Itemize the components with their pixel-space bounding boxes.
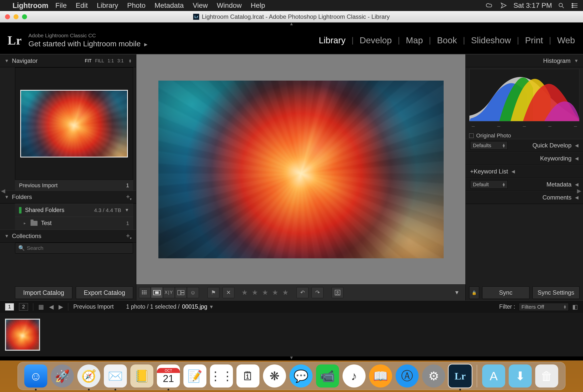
menu-window[interactable]: Window xyxy=(217,2,242,10)
rating-stars[interactable]: ★ ★ ★ ★ ★ xyxy=(241,287,289,298)
menu-help[interactable]: Help xyxy=(251,2,265,10)
dock-launchpad[interactable]: 🚀 xyxy=(51,364,74,387)
zoom-stepper[interactable]: ▲▼ xyxy=(129,59,132,63)
spotlight-icon[interactable] xyxy=(558,2,564,9)
window-titlebar[interactable]: LrLightroom Catalog.lrcat - Adobe Photos… xyxy=(0,11,583,23)
sync-button[interactable]: Sync xyxy=(482,286,529,299)
dock-facetime[interactable]: 📹 xyxy=(316,364,339,387)
original-photo-row[interactable]: Original Photo xyxy=(469,132,579,139)
flag-reject-button[interactable]: ✕ xyxy=(222,287,234,298)
import-catalog-button[interactable]: Import Catalog xyxy=(15,286,72,299)
zoom-1-1[interactable]: 1:1 xyxy=(108,58,114,64)
module-book[interactable]: Book xyxy=(436,35,457,45)
left-panel-toggle[interactable]: ◀ xyxy=(1,188,6,195)
window-close-button[interactable] xyxy=(5,14,10,19)
dock-mail[interactable]: ✉️ xyxy=(104,364,127,387)
collections-header[interactable]: ▼ Collections +▾ xyxy=(0,230,136,243)
dock-downloads[interactable]: ⬇ xyxy=(509,364,532,387)
source-path[interactable]: Previous Import 1 photo / 1 selected / 0… xyxy=(73,303,213,310)
menu-library[interactable]: Library xyxy=(97,2,118,10)
rotate-cw-button[interactable]: ↷ xyxy=(312,287,324,298)
dock-settings[interactable]: ⚙ xyxy=(422,364,445,387)
disclosure-icon[interactable]: ▼ xyxy=(125,208,129,213)
menu-view[interactable]: View xyxy=(193,2,208,10)
dock-appstore[interactable]: Ⓐ xyxy=(396,364,419,387)
zoom-fit[interactable]: FIT xyxy=(85,58,92,64)
folder-expand-icon[interactable]: ▸ xyxy=(23,221,27,226)
quick-develop-preset-select[interactable]: Defaults▲▼ xyxy=(470,141,508,150)
dock-folder-apps[interactable]: A xyxy=(482,364,505,387)
module-slideshow[interactable]: Slideshow xyxy=(471,35,512,45)
control-center-icon[interactable] xyxy=(571,3,578,8)
dock-itunes[interactable]: ♪ xyxy=(343,364,366,387)
menu-file[interactable]: File xyxy=(55,2,67,10)
dock-safari[interactable]: 🧭 xyxy=(77,364,100,387)
filmstrip[interactable] xyxy=(0,313,583,356)
loupe-view-button[interactable] xyxy=(151,287,163,298)
zoom-3-1[interactable]: 3:1 xyxy=(117,58,124,64)
navigator-preview[interactable] xyxy=(15,67,133,180)
keyword-list-header[interactable]: + Keyword List ◀ xyxy=(466,165,583,178)
main-window-indicator[interactable]: 1 xyxy=(5,303,14,311)
sync-lock-button[interactable]: 🔒 xyxy=(469,286,479,299)
module-library[interactable]: Library xyxy=(318,35,346,45)
source-menu-icon[interactable]: ▾ xyxy=(210,303,213,310)
grid-view-button[interactable] xyxy=(139,287,151,298)
survey-view-button[interactable] xyxy=(175,287,187,298)
dock-reminders[interactable]: ⋮⋮ xyxy=(210,364,233,387)
catalog-previous-import[interactable]: Previous Import 1 xyxy=(15,180,133,190)
right-panel-toggle[interactable]: ▶ xyxy=(577,188,582,195)
original-photo-checkbox[interactable] xyxy=(469,133,474,138)
menubar-app-name[interactable]: Lightroom xyxy=(13,2,48,10)
keywording-header[interactable]: Keywording ◀ xyxy=(466,152,583,165)
face-region-button[interactable] xyxy=(332,287,344,298)
dock-trash[interactable]: 🗑 xyxy=(535,364,558,387)
dock-lightroom[interactable]: Lr xyxy=(449,364,472,387)
dock-contacts[interactable]: 📒 xyxy=(130,364,153,387)
window-zoom-button[interactable] xyxy=(22,14,27,19)
histogram-header[interactable]: Histogram ▼ xyxy=(466,54,583,67)
menu-metadata[interactable]: Metadata xyxy=(155,2,184,10)
compare-view-button[interactable]: X|Y xyxy=(163,287,175,298)
image-viewport[interactable] xyxy=(136,54,465,284)
module-print[interactable]: Print xyxy=(524,35,543,45)
dock-messages[interactable]: 💬 xyxy=(289,364,313,387)
metadata-preset-select[interactable]: Default▲▼ xyxy=(470,180,508,189)
comments-header[interactable]: Comments ◀ xyxy=(466,191,583,204)
collections-search[interactable]: 🔍 Search xyxy=(15,243,133,254)
toolbar-menu-button[interactable]: ▼ xyxy=(451,287,463,298)
filmstrip-thumbnail[interactable] xyxy=(5,319,40,351)
folders-header[interactable]: ▼ Folders +▾ xyxy=(0,190,136,204)
second-window-button[interactable]: 2 xyxy=(19,303,28,311)
histogram-chart[interactable] xyxy=(469,69,579,121)
dock-photos[interactable]: ❋ xyxy=(263,364,286,387)
top-panel-toggle[interactable]: ▲ xyxy=(0,23,583,27)
dock-ibooks[interactable]: 📖 xyxy=(369,364,392,387)
filter-lock-button[interactable]: ◧ xyxy=(572,303,578,310)
sync-settings-button[interactable]: Sync Settings xyxy=(532,286,580,299)
dock-calendar[interactable]: OCT21 xyxy=(157,364,180,387)
navigator-header[interactable]: ▼ Navigator FITFILL1:13:1▲▼ xyxy=(0,54,136,67)
window-minimize-button[interactable] xyxy=(14,14,19,19)
bottom-panel-toggle[interactable]: ▼ xyxy=(0,356,583,360)
go-forward-button[interactable]: ▶ xyxy=(59,303,63,310)
dock-messages2[interactable]: 🗓 xyxy=(236,364,259,387)
people-view-button[interactable]: ☺ xyxy=(187,287,199,298)
add-keyword-button[interactable]: + xyxy=(470,168,474,175)
module-develop[interactable]: Develop xyxy=(359,35,392,45)
filter-select[interactable]: Filters Off▲▼ xyxy=(519,303,569,311)
dock-finder[interactable]: ☺ xyxy=(24,364,47,387)
export-catalog-button[interactable]: Export Catalog xyxy=(76,286,133,299)
menu-photo[interactable]: Photo xyxy=(127,2,145,10)
module-map[interactable]: Map xyxy=(405,35,423,45)
menu-edit[interactable]: Edit xyxy=(76,2,88,10)
zoom-fill[interactable]: FILL xyxy=(95,58,104,64)
quick-develop-header[interactable]: Defaults▲▼ Quick Develop ◀ xyxy=(466,139,583,152)
go-back-button[interactable]: ◀ xyxy=(49,303,54,310)
metadata-header[interactable]: Default▲▼ Metadata ◀ xyxy=(466,178,583,191)
folder-row[interactable]: ▸ Test 1 xyxy=(15,217,133,230)
creative-cloud-icon[interactable] xyxy=(485,3,494,9)
module-web[interactable]: Web xyxy=(557,35,575,45)
dock-notes[interactable]: 📝 xyxy=(183,364,206,387)
volume-row[interactable]: Shared Folders 4.3 / 4.4 TB▼ xyxy=(15,204,133,217)
